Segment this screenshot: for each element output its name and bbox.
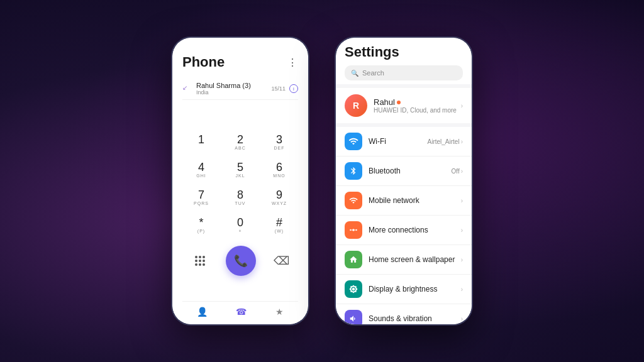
nav-dialpad-icon[interactable]: ☎: [236, 307, 247, 317]
home-screen-content: Home screen & wallpaper: [369, 255, 461, 264]
wifi-content: Wi-Fi: [369, 137, 428, 146]
mobile-network-content: Mobile network: [369, 196, 461, 205]
keypad-icon[interactable]: [191, 252, 209, 270]
home-screen-right: ›: [461, 256, 463, 263]
dialpad: 1 2ABC 3DEF 4GHI 5JKL 6MNO 7PQRS 8TUV 9W…: [182, 106, 298, 301]
bottom-navigation: 👤 ☎ ★: [182, 301, 298, 319]
dialpad-grid: 1 2ABC 3DEF 4GHI 5JKL 6MNO 7PQRS 8TUV 9W…: [182, 129, 298, 238]
profile-row[interactable]: R Rahul HUAWEI ID, Cloud, and more ›: [336, 88, 472, 123]
bluetooth-value: Off: [452, 168, 460, 175]
dial-key-5[interactable]: 5JKL: [221, 156, 259, 183]
missed-call-icon: ↙: [182, 84, 191, 93]
dial-key-star[interactable]: *(P): [182, 212, 220, 238]
phone-title: Phone: [182, 54, 225, 70]
wifi-icon: [345, 133, 362, 150]
wifi-item[interactable]: Wi-Fi Airtel_Airtel ›: [336, 127, 472, 156]
phone-icon: 📞: [234, 254, 248, 268]
more-connections-right: ›: [461, 227, 463, 234]
svg-point-1: [350, 229, 351, 231]
settings-title: Settings: [345, 44, 463, 60]
profile-status-dot: [397, 101, 401, 104]
dial-key-0[interactable]: 0+: [221, 212, 259, 238]
profile-info: Rahul HUAWEI ID, Cloud, and more: [374, 97, 461, 114]
call-button[interactable]: 📞: [226, 246, 256, 276]
dial-key-4[interactable]: 4GHI: [182, 156, 220, 183]
bluetooth-chevron-icon: ›: [461, 168, 463, 175]
sounds-chevron-icon: ›: [461, 315, 463, 322]
settings-device: Settings 🔍 Search R Rahul: [335, 36, 473, 326]
wifi-chevron-icon: ›: [461, 138, 463, 145]
dial-key-1[interactable]: 1: [182, 129, 220, 155]
display-item[interactable]: Display & brightness ›: [336, 275, 472, 304]
home-screen-icon: [345, 251, 362, 268]
dial-key-9[interactable]: 9WXYZ: [260, 184, 298, 211]
nav-contacts-icon[interactable]: 👤: [197, 307, 208, 317]
phone-app: Phone ⋮ ↙ Rahul Sharma (3) India 15/11 i: [172, 49, 308, 324]
wifi-value: Airtel_Airtel: [428, 138, 460, 145]
profile-chevron: ›: [461, 102, 463, 109]
settings-app: Settings 🔍 Search R Rahul: [336, 38, 472, 324]
mobile-network-label: Mobile network: [369, 196, 461, 205]
more-connections-label: More connections: [369, 226, 461, 234]
search-icon: 🔍: [351, 70, 358, 77]
sounds-icon: [345, 310, 362, 324]
bluetooth-icon: [345, 162, 362, 180]
bluetooth-right: Off ›: [452, 168, 464, 175]
search-bar[interactable]: 🔍 Search: [345, 65, 463, 80]
mobile-network-item[interactable]: Mobile network ›: [336, 186, 472, 216]
display-icon: [345, 280, 362, 298]
more-connections-icon: [345, 221, 362, 239]
dial-key-2[interactable]: 2ABC: [221, 129, 259, 155]
phones-container: Phone ⋮ ↙ Rahul Sharma (3) India 15/11 i: [171, 36, 473, 326]
display-chevron-icon: ›: [461, 286, 463, 293]
call-info: Rahul Sharma (3) India: [196, 82, 271, 96]
settings-header: Settings 🔍 Search: [336, 38, 472, 84]
svg-point-2: [356, 229, 357, 231]
dial-key-hash[interactable]: #(W): [260, 212, 298, 238]
phone-status-bar: [172, 38, 308, 49]
dial-key-6[interactable]: 6MNO: [260, 156, 298, 183]
dial-key-7[interactable]: 7PQRS: [182, 184, 220, 211]
bluetooth-content: Bluetooth: [369, 167, 452, 175]
sounds-content: Sounds & vibration: [369, 314, 461, 323]
svg-point-0: [352, 229, 355, 231]
backspace-button[interactable]: ⌫: [274, 254, 289, 268]
chevron-icon: ›: [461, 102, 463, 109]
phone-screen: Phone ⋮ ↙ Rahul Sharma (3) India 15/11 i: [172, 38, 308, 324]
caller-name: Rahul Sharma (3): [196, 82, 271, 89]
display-content: Display & brightness: [369, 285, 461, 293]
call-meta: 15/11 i: [271, 84, 298, 93]
connectivity-section: Wi-Fi Airtel_Airtel ›: [336, 127, 472, 324]
display-right: ›: [461, 286, 463, 293]
dial-key-3[interactable]: 3DEF: [260, 129, 298, 155]
dialpad-bottom-row: 📞 ⌫: [182, 243, 298, 278]
more-connections-content: More connections: [369, 226, 461, 234]
sounds-item[interactable]: Sounds & vibration ›: [336, 304, 472, 324]
home-screen-label: Home screen & wallpaper: [369, 255, 461, 264]
phone-device: Phone ⋮ ↙ Rahul Sharma (3) India 15/11 i: [171, 36, 309, 326]
more-connections-item[interactable]: More connections ›: [336, 216, 472, 245]
mobile-network-icon: [345, 192, 362, 209]
info-button[interactable]: i: [289, 84, 298, 93]
home-screen-item[interactable]: Home screen & wallpaper ›: [336, 245, 472, 275]
menu-icon[interactable]: ⋮: [287, 57, 298, 69]
wifi-right: Airtel_Airtel ›: [428, 138, 463, 145]
display-label: Display & brightness: [369, 285, 461, 293]
backspace-icon: ⌫: [274, 255, 289, 267]
bluetooth-item[interactable]: Bluetooth Off ›: [336, 156, 472, 186]
recent-call-row[interactable]: ↙ Rahul Sharma (3) India 15/11 i: [182, 78, 298, 100]
nav-favorites-icon[interactable]: ★: [275, 307, 284, 317]
phone-app-header: Phone ⋮: [182, 49, 298, 78]
wifi-label: Wi-Fi: [369, 137, 428, 146]
profile-subtitle: HUAWEI ID, Cloud, and more: [374, 107, 461, 114]
mobile-network-chevron-icon: ›: [461, 197, 463, 204]
bluetooth-label: Bluetooth: [369, 167, 452, 175]
sounds-right: ›: [461, 315, 463, 322]
sounds-label: Sounds & vibration: [369, 314, 461, 323]
call-count: 15/11: [271, 85, 286, 92]
dial-key-8[interactable]: 8TUV: [221, 184, 259, 211]
mobile-network-right: ›: [461, 197, 463, 204]
settings-screen: Settings 🔍 Search R Rahul: [336, 38, 472, 324]
home-screen-chevron-icon: ›: [461, 256, 463, 263]
profile-name: Rahul: [374, 97, 461, 107]
